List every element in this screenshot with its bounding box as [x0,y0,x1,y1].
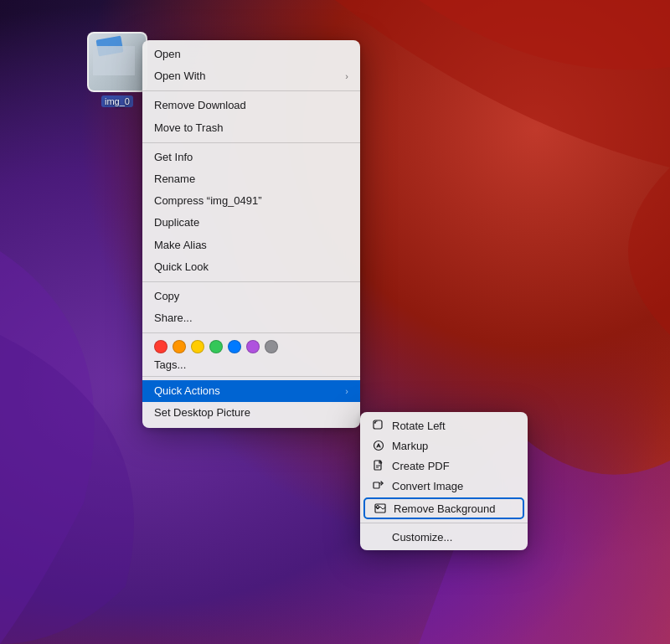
submenu-item-remove-background[interactable]: Remove Background [363,497,524,519]
submenu-separator [360,523,528,523]
tag-dot-orange[interactable] [173,340,186,353]
submenu-item-create-pdf[interactable]: Create PDF [360,456,528,476]
markup-icon [372,439,385,452]
file-label: img_0 [101,95,133,107]
menu-item-copy[interactable]: Copy [142,286,360,307]
customize-icon [372,530,385,544]
menu-item-tags[interactable]: Tags... [142,357,360,373]
menu-item-compress[interactable]: Compress “img_0491” [142,190,360,212]
menu-item-rename[interactable]: Rename [142,168,360,190]
separator-3 [142,281,360,282]
tag-dot-yellow[interactable] [191,340,204,353]
menu-item-set-desktop[interactable]: Set Desktop Picture [142,402,360,424]
menu-item-make-alias[interactable]: Make Alias [142,234,360,256]
remove-background-label: Remove Background [394,502,495,515]
menu-item-open-with[interactable]: Open With › [142,65,360,87]
tags-row [142,337,360,357]
separator-1 [142,90,360,91]
separator-2 [142,142,360,143]
remove-bg-icon [374,502,387,515]
menu-item-get-info[interactable]: Get Info [142,147,360,168]
menu-item-open[interactable]: Open [142,44,360,65]
submenu-item-convert-image[interactable]: Convert Image [360,476,528,496]
submenu-item-rotate-left[interactable]: Rotate Left [360,415,528,435]
separator-5 [142,376,360,377]
submenu-item-markup[interactable]: Markup [360,435,528,456]
separator-4 [142,332,360,333]
tag-dot-red[interactable] [154,340,168,353]
context-menu: Open Open With › Remove Download Move to… [142,40,360,428]
rotate-left-icon [372,419,385,432]
tag-dot-blue[interactable] [228,340,241,353]
submenu-item-customize[interactable]: Customize... [360,527,528,547]
convert-image-icon [372,479,385,492]
svg-point-1 [374,441,384,451]
file-thumbnail [87,32,147,92]
menu-item-share[interactable]: Share... [142,307,360,329]
create-pdf-icon [372,459,385,472]
tag-dot-gray[interactable] [265,340,278,353]
menu-item-move-to-trash[interactable]: Move to Trash [142,117,360,139]
quick-actions-submenu: Rotate Left Markup Create PDF [360,412,528,550]
menu-item-remove-download[interactable]: Remove Download [142,95,360,116]
tag-dot-purple[interactable] [246,340,260,353]
chevron-right-icon-2: › [345,385,348,398]
chevron-right-icon: › [345,70,348,83]
menu-item-quick-actions[interactable]: Quick Actions › [142,380,360,402]
svg-point-9 [377,506,379,508]
svg-rect-6 [374,482,379,488]
file-thumbnail-inner [89,33,146,90]
menu-item-duplicate[interactable]: Duplicate [142,212,360,234]
menu-item-quick-look[interactable]: Quick Look [142,256,360,278]
desktop-file-icon[interactable]: img_0 [84,32,151,107]
tag-dot-green[interactable] [209,340,223,353]
